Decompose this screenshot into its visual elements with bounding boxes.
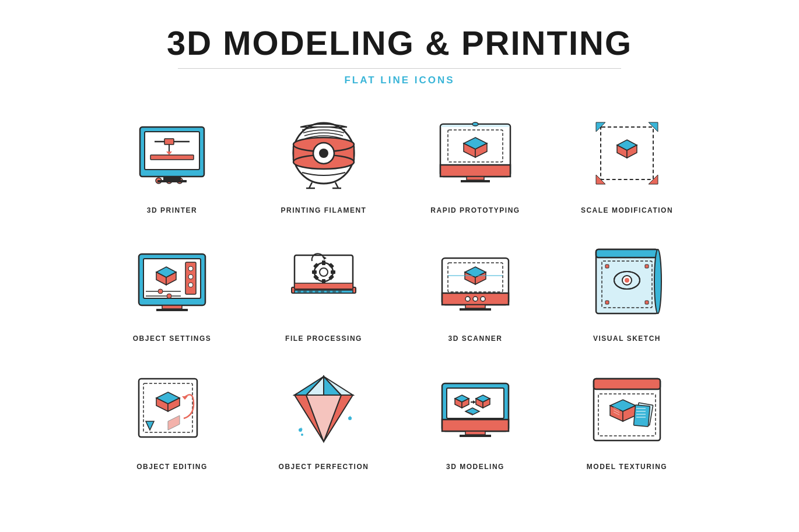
- list-item: OBJECT EDITING: [114, 366, 230, 471]
- svg-rect-81: [465, 305, 485, 308]
- model-texturing-icon: [583, 366, 671, 453]
- visual-sketch-icon: [583, 238, 671, 325]
- 3d-printer-icon: [128, 110, 216, 197]
- page-subtitle: FLAT LINE ICONS: [344, 75, 454, 86]
- svg-point-119: [301, 434, 303, 436]
- list-item: RAPID PROTOTYPING: [417, 110, 534, 214]
- svg-text:✦: ✦: [299, 426, 303, 432]
- svg-rect-60: [309, 291, 313, 293]
- svg-rect-102: [645, 301, 649, 304]
- list-item: 3D PRINTER: [114, 110, 230, 214]
- title-divider: [178, 68, 621, 69]
- list-item: VISUAL SKETCH: [569, 238, 685, 343]
- icon-label: OBJECT PERFECTION: [279, 463, 369, 471]
- svg-point-98: [625, 278, 629, 283]
- svg-point-90: [481, 297, 485, 301]
- icon-label: OBJECT EDITING: [136, 463, 208, 471]
- list-item: SCALE MODIFICATION: [569, 110, 685, 214]
- icon-label: FILE PROCESSING: [285, 334, 362, 343]
- svg-rect-26: [467, 177, 484, 180]
- svg-point-53: [158, 289, 163, 294]
- svg-rect-126: [460, 435, 491, 437]
- svg-rect-58: [297, 291, 301, 293]
- object-editing-icon: [128, 366, 216, 453]
- svg-point-89: [473, 297, 478, 301]
- object-settings-icon: [128, 238, 216, 325]
- svg-rect-71: [312, 270, 317, 274]
- svg-point-88: [465, 297, 470, 301]
- svg-rect-11: [157, 180, 187, 182]
- svg-rect-125: [465, 431, 485, 435]
- list-item: FILE PROCESSING: [265, 238, 382, 343]
- svg-rect-62: [321, 291, 324, 293]
- svg-rect-139: [594, 379, 660, 389]
- object-perfection-icon: ✦ ✦: [280, 366, 367, 453]
- svg-rect-25: [440, 165, 510, 177]
- icon-label: 3D PRINTER: [147, 206, 197, 214]
- rapid-prototyping-icon: [432, 110, 519, 197]
- svg-text:✦: ✦: [348, 414, 352, 421]
- printing-filament-icon: [280, 110, 367, 197]
- file-processing-icon: [280, 238, 367, 325]
- page-title: 3D MODELING & PRINTING: [167, 23, 632, 62]
- icon-label: PRINTING FILAMENT: [281, 206, 367, 214]
- svg-line-21: [335, 182, 338, 188]
- svg-rect-3: [164, 139, 174, 145]
- list-item: 3D MODELING: [417, 366, 534, 471]
- svg-rect-92: [596, 249, 658, 258]
- svg-rect-78: [295, 283, 353, 289]
- svg-point-32: [472, 122, 478, 126]
- icon-label: MODEL TEXTURING: [587, 463, 667, 471]
- svg-rect-6: [150, 155, 194, 160]
- svg-rect-43: [162, 305, 182, 309]
- svg-point-55: [167, 294, 171, 298]
- svg-rect-72: [331, 270, 335, 274]
- icon-label: 3D SCANNER: [448, 334, 502, 343]
- svg-rect-100: [645, 265, 649, 268]
- icon-grid: 3D PRINTER: [114, 110, 685, 471]
- scale-modification-icon: [583, 110, 671, 197]
- svg-rect-59: [303, 291, 307, 293]
- svg-rect-1: [145, 132, 199, 170]
- icon-label: 3D MODELING: [446, 463, 504, 471]
- svg-rect-82: [460, 308, 491, 311]
- svg-rect-61: [315, 291, 318, 293]
- svg-point-48: [188, 283, 193, 287]
- svg-point-19: [319, 149, 328, 158]
- icon-label: SCALE MODIFICATION: [581, 206, 673, 214]
- list-item: OBJECT SETTINGS: [114, 238, 230, 343]
- svg-point-46: [188, 266, 193, 271]
- svg-rect-99: [605, 265, 609, 268]
- svg-rect-69: [322, 260, 325, 265]
- icon-label: RAPID PROTOTYPING: [430, 206, 520, 214]
- 3d-modeling-icon: [432, 366, 519, 453]
- icon-label: OBJECT SETTINGS: [133, 334, 212, 343]
- icon-label: VISUAL SKETCH: [593, 334, 661, 343]
- svg-rect-10: [163, 177, 181, 180]
- svg-line-20: [309, 182, 312, 188]
- list-item: PRINTING FILAMENT: [265, 110, 382, 214]
- svg-point-93: [654, 249, 661, 313]
- list-item: MODEL TEXTURING: [569, 366, 685, 471]
- svg-rect-101: [605, 301, 609, 304]
- list-item: 3D SCANNER: [417, 238, 534, 343]
- list-item: ✦ ✦ OBJECT PERFECTION: [265, 366, 382, 471]
- 3d-scanner-icon: [432, 238, 519, 325]
- svg-rect-27: [461, 180, 490, 182]
- svg-point-47: [188, 274, 193, 279]
- svg-rect-124: [442, 420, 509, 431]
- svg-rect-63: [327, 291, 330, 293]
- svg-rect-65: [338, 291, 342, 293]
- svg-rect-64: [332, 291, 336, 293]
- svg-rect-44: [156, 309, 188, 311]
